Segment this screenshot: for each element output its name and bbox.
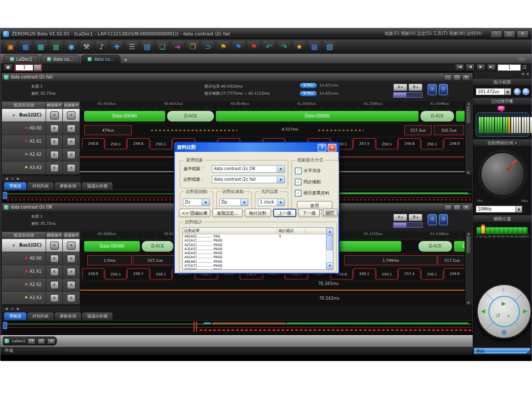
- page-spinner[interactable]: [34, 65, 41, 70]
- add-device-icon[interactable]: ✚: [111, 41, 123, 52]
- save-icon[interactable]: ▦: [20, 41, 31, 52]
- scroll-right-icon[interactable]: ▶: [523, 308, 527, 314]
- restore-button[interactable]: ❐: [27, 338, 35, 344]
- navigation-wheel[interactable]: ☝ ◀ ▶ ▶ ↺ » ⊕: [476, 284, 532, 339]
- play-icon[interactable]: ▶: [502, 301, 506, 306]
- scroll-left-icon[interactable]: ◀: [481, 308, 485, 314]
- flag-blue-icon[interactable]: ⚑: [233, 41, 244, 52]
- zoom-back-icon[interactable]: ↶: [263, 41, 275, 52]
- channel-column-header[interactable]: 過濾條件: [63, 231, 80, 239]
- trigger-toggle[interactable]: ✕: [50, 281, 59, 289]
- result-column-header[interactable]: 比對結果: [183, 228, 277, 234]
- start-point-combo[interactable]: Ds▼: [183, 198, 210, 206]
- dialog-button[interactable]: 上一個: [273, 209, 296, 217]
- trigger-toggle[interactable]: ✕: [50, 164, 59, 172]
- logic-gate-icon[interactable]: ⊃: [202, 41, 214, 52]
- dialog-title-bar[interactable]: 資料比對 ? ×: [175, 143, 338, 152]
- navigator-strip[interactable]: [2, 320, 472, 333]
- maximize-button[interactable]: □: [504, 30, 515, 38]
- help-button[interactable]: ?: [318, 144, 326, 151]
- bus-segment[interactable]: Data:(0X46): [84, 241, 140, 252]
- channel-column-header[interactable]: 觸發條件: [46, 101, 63, 109]
- trigger-toggle[interactable]: ✕: [50, 138, 59, 146]
- favorites-icon[interactable]: ★: [293, 41, 305, 52]
- bus-segment[interactable]: D-ACK: [142, 241, 173, 252]
- next-page-button[interactable]: ▶: [476, 64, 485, 71]
- dialog-button[interactable]: 執行比對: [245, 209, 271, 217]
- bus-segment[interactable]: D-ACK: [167, 111, 214, 122]
- child-maximize-button[interactable]: □: [453, 205, 461, 211]
- prev-page-button[interactable]: ◀: [466, 64, 475, 71]
- window-tab[interactable]: 封包列表: [27, 182, 54, 190]
- sample-rate-combo[interactable]: 10MHz▼: [476, 206, 522, 213]
- save-all-icon[interactable]: ▦: [50, 41, 62, 52]
- stats-row[interactable]: A0[A0] ............. FAIL3: [183, 234, 333, 238]
- window-tab[interactable]: 協議分析儀: [82, 182, 112, 190]
- stats-row[interactable]: A3[A3] ............. PASS: [183, 247, 333, 251]
- child-minimize-button[interactable]: –: [444, 74, 452, 81]
- display-range-combo[interactable]: 101.472us▼: [476, 88, 511, 95]
- zoom-forward-icon[interactable]: ↷: [278, 41, 290, 52]
- list-scrollbar[interactable]: ▲ ▼: [326, 228, 333, 269]
- flag-red-icon[interactable]: ⚑: [248, 41, 259, 52]
- dialog-close-button[interactable]: ×: [328, 144, 336, 151]
- channel-row[interactable]: ⚑A0 A0 ✕ ✕: [2, 122, 80, 135]
- a-pos-button[interactable]: A Pos: [300, 83, 317, 88]
- compare-file-combo[interactable]: data contrast i2c fail▼: [212, 176, 285, 183]
- display-icon[interactable]: ▤: [141, 41, 153, 52]
- grid-icon[interactable]: ▦: [309, 41, 320, 52]
- pin-icon[interactable]: ✛: [521, 72, 525, 76]
- bus-trigger-toggle[interactable]: ✕: [50, 242, 59, 250]
- bus-segment[interactable]: Data:(0X00): [216, 111, 419, 122]
- document-tab[interactable]: LaDoc1: [4, 55, 39, 63]
- panel-scrollbar[interactable]: ◀≡▶: [2, 305, 80, 312]
- compare-icon[interactable]: ❐: [187, 41, 199, 52]
- window-tab[interactable]: 導航器: [4, 312, 26, 320]
- end-point-combo[interactable]: Dp▼: [219, 198, 248, 206]
- errors-column-header[interactable]: 統計錯誤: [277, 228, 306, 234]
- sample-rate-knob[interactable]: [480, 152, 525, 196]
- globe-icon[interactable]: ⊕: [501, 329, 507, 336]
- window-tab[interactable]: 參數量測: [55, 312, 81, 320]
- rotate-icon[interactable]: ↺: [496, 313, 500, 318]
- filter-toggle[interactable]: ✕: [67, 268, 75, 276]
- last-page-button[interactable]: ▶|: [487, 64, 496, 71]
- maximize-button[interactable]: □: [37, 338, 46, 344]
- stats-row[interactable]: A7[A7] ............. PASS: [183, 264, 333, 268]
- channel-row[interactable]: ⚑A3 A3 ✕ ✕: [2, 292, 80, 305]
- trigger-toggle[interactable]: ✕: [50, 255, 59, 263]
- display-checkbox[interactable]: ✓同步捲動: [295, 179, 321, 185]
- b-pos-button[interactable]: B Pos: [300, 91, 317, 96]
- vertical-scrollbar[interactable]: ▲▼: [465, 231, 472, 305]
- trigger-toggle[interactable]: ✕: [50, 125, 59, 133]
- zoom-in-icon[interactable]: ⊕: [514, 88, 521, 95]
- pan-hand-icon[interactable]: ☝: [501, 288, 505, 293]
- channel-column-header[interactable]: 觸發條件: [46, 231, 63, 239]
- stats-row[interactable]: A5[A5] ............. PASS: [183, 255, 333, 259]
- vertical-scrollbar[interactable]: ▲▼: [465, 101, 472, 175]
- stats-row[interactable]: A2[A2] ............. PASS: [183, 243, 333, 247]
- marker-b-select[interactable]: B: [408, 214, 423, 221]
- child-minimize-button[interactable]: –: [444, 205, 452, 211]
- channel-row[interactable]: ⚑A2 A2 ✕ ✕: [2, 148, 80, 162]
- lamp-a-icon[interactable]: ☉: [428, 214, 437, 225]
- window-tab[interactable]: 參數量測: [55, 182, 81, 190]
- filter-toggle[interactable]: ✕: [67, 151, 75, 159]
- bus-row[interactable]: ▼ Bus1(I2C) ✕ ✕: [2, 109, 80, 122]
- trigger-toggle[interactable]: ✕: [50, 268, 59, 276]
- document-tab[interactable]: data co...: [41, 55, 80, 63]
- base-file-combo[interactable]: data contrast i2c OK▼: [212, 165, 285, 173]
- panel-scrollbar[interactable]: ◀≡▶: [2, 175, 80, 182]
- lamp-b-icon[interactable]: ☉: [439, 84, 448, 95]
- filter-toggle[interactable]: ✕: [67, 164, 75, 172]
- open-file-icon[interactable]: ▣: [5, 41, 16, 52]
- window-tab[interactable]: 封包列表: [27, 312, 54, 320]
- export-icon[interactable]: ➜: [172, 41, 183, 52]
- minimized-window-bar[interactable]: LaDoc1 ❐ □ ×: [3, 336, 57, 346]
- stats-row[interactable]: A4[A4] ............. PASS: [183, 251, 333, 255]
- capture-icon[interactable]: ◉: [65, 41, 77, 52]
- filter-toggle[interactable]: ✕: [67, 281, 75, 289]
- save-as-icon[interactable]: ▦: [35, 41, 47, 52]
- marker-b-select[interactable]: B: [408, 84, 423, 91]
- filter-toggle[interactable]: ✕: [67, 125, 75, 133]
